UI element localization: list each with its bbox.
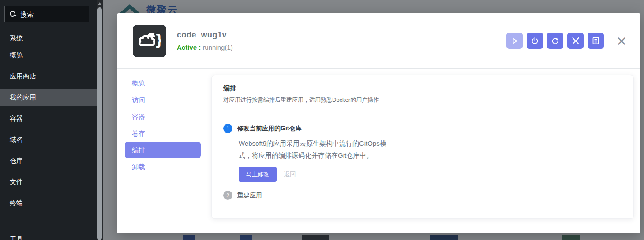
step-1: 1 修改当前应用的Git仓库 Websoft9的应用采用云原生架构中流行的Git… <box>223 124 622 190</box>
step-1-title: 修改当前应用的Git仓库 <box>237 125 301 133</box>
sidebar-item-files[interactable]: 文件 <box>0 173 97 191</box>
tab-compose[interactable]: 编排 <box>125 142 201 158</box>
svg-text:}: } <box>155 31 161 49</box>
play-icon <box>511 37 518 44</box>
scrollbar-thumb[interactable] <box>97 7 102 240</box>
app-status: Active : running(1) <box>177 44 233 51</box>
step-2-title: 重建应用 <box>237 192 262 199</box>
steps: 1 修改当前应用的Git仓库 Websoft9的应用采用云原生架构中流行的Git… <box>223 124 622 200</box>
sidebar-item-tools[interactable]: 工具 <box>0 231 97 240</box>
sidebar-item-myapps[interactable]: 我的应用 <box>0 89 97 106</box>
modal-header: } code_wug1v Active : running(1) <box>117 13 640 69</box>
app-name: code_wug1v <box>177 30 233 40</box>
logs-button[interactable] <box>588 33 604 49</box>
card-title: 编排 <box>223 84 622 92</box>
sidebar-item-repos[interactable]: 仓库 <box>0 152 97 170</box>
sidebar-scrollbar[interactable] <box>97 0 103 240</box>
search-input[interactable] <box>20 11 78 18</box>
sidebar-section-system: 系统 <box>10 34 23 43</box>
app-title-block: code_wug1v Active : running(1) <box>177 30 233 51</box>
search-icon <box>9 11 16 18</box>
tab-overview[interactable]: 概览 <box>125 75 201 91</box>
tab-container[interactable]: 容器 <box>125 108 201 125</box>
sidebar: 系统 概览 应用商店 我的应用 容器 域名 仓库 文件 终端 工具 <box>0 0 97 240</box>
sidebar-item-overview[interactable]: 概览 <box>0 46 97 64</box>
status-value: running(1) <box>202 44 232 51</box>
step-1-text: Websoft9的应用采用云原生架构中流行的GitOps模式，将应用的编排源码化… <box>239 137 395 161</box>
scroll-up-icon[interactable] <box>98 2 101 5</box>
modal-toolbar: × <box>506 33 632 49</box>
sidebar-item-appstore[interactable]: 应用商店 <box>0 67 97 85</box>
refresh-icon <box>551 37 559 44</box>
tab-uninstall[interactable]: 卸载 <box>125 159 201 175</box>
power-icon <box>531 37 539 44</box>
tab-volumes[interactable]: 卷存 <box>125 125 201 141</box>
sidebar-search[interactable] <box>4 6 89 22</box>
compose-card: 编排 对应用进行按需编排后重建应用，适用熟悉Docker的用户操作 1 修改当前… <box>211 75 634 219</box>
app-detail-modal: } code_wug1v Active : running(1) <box>117 13 640 233</box>
sidebar-item-terminal[interactable]: 终端 <box>0 194 97 212</box>
document-icon <box>592 37 599 44</box>
sidebar-item-containers[interactable]: 容器 <box>0 110 97 127</box>
status-separator: : <box>197 44 202 51</box>
step-1-badge: 1 <box>223 124 232 133</box>
close-modal-button[interactable]: × <box>614 33 629 48</box>
tools-icon <box>572 37 580 45</box>
tab-access[interactable]: 访问 <box>125 92 201 108</box>
step-1-body: Websoft9的应用采用云原生架构中流行的GitOps模式，将应用的编排源码化… <box>228 133 622 190</box>
modify-now-button[interactable]: 马上修改 <box>239 167 277 182</box>
card-divider <box>212 111 633 111</box>
status-label: Active <box>177 44 197 51</box>
repair-app-button[interactable] <box>567 33 584 49</box>
modal-nav: 概览 访问 容器 卷存 编排 卸载 <box>125 75 201 175</box>
step-2-badge: 2 <box>223 191 232 200</box>
start-app-button[interactable] <box>506 33 523 49</box>
stop-app-button[interactable] <box>527 33 543 49</box>
step-2: 2 重建应用 <box>223 191 622 200</box>
card-subtitle: 对应用进行按需编排后重建应用，适用熟悉Docker的用户操作 <box>223 96 622 104</box>
sidebar-item-domains[interactable]: 域名 <box>0 131 97 148</box>
back-button[interactable]: 返回 <box>284 170 296 178</box>
app-logo-icon: } <box>133 25 166 57</box>
restart-app-button[interactable] <box>547 33 563 49</box>
